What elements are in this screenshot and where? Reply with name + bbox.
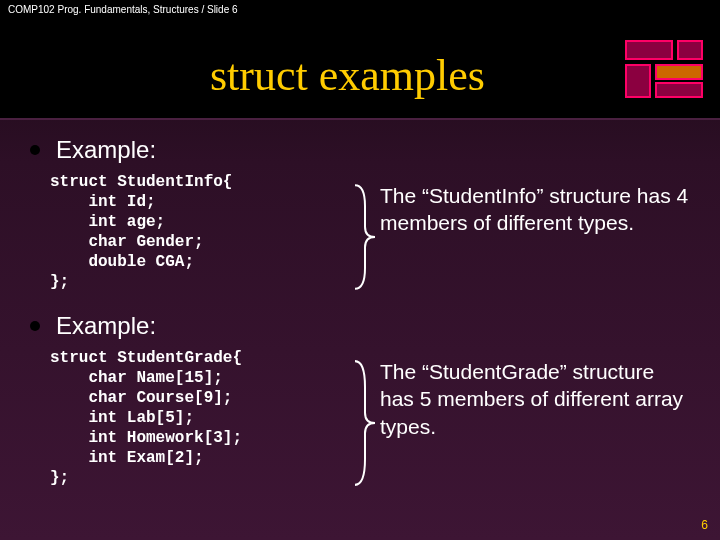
slide-title: struct examples [210, 50, 485, 101]
bullet-icon [30, 321, 40, 331]
title-bar: struct examples [0, 20, 720, 120]
logo-icon [625, 40, 705, 100]
brace-icon [350, 180, 380, 294]
page-number: 6 [701, 518, 708, 532]
example-label: Example: [56, 136, 156, 164]
code-block: struct StudentGrade{ char Name[15]; char… [50, 348, 350, 488]
slide-content: Example: struct StudentInfo{ int Id; int… [0, 120, 720, 502]
bullet-line: Example: [30, 312, 690, 340]
example-section: Example: struct StudentInfo{ int Id; int… [50, 136, 690, 306]
explanation-text: The “StudentInfo” structure has 4 member… [380, 172, 690, 237]
explanation-text: The “StudentGrade” structure has 5 membe… [380, 348, 690, 440]
example-label: Example: [56, 312, 156, 340]
breadcrumb: COMP102 Prog. Fundamentals, Structures /… [8, 4, 238, 15]
code-block: struct StudentInfo{ int Id; int age; cha… [50, 172, 350, 292]
example-section: Example: struct StudentGrade{ char Name[… [50, 312, 690, 502]
brace-icon [350, 356, 380, 490]
slide-header: COMP102 Prog. Fundamentals, Structures /… [0, 0, 720, 20]
bullet-line: Example: [30, 136, 690, 164]
bullet-icon [30, 145, 40, 155]
